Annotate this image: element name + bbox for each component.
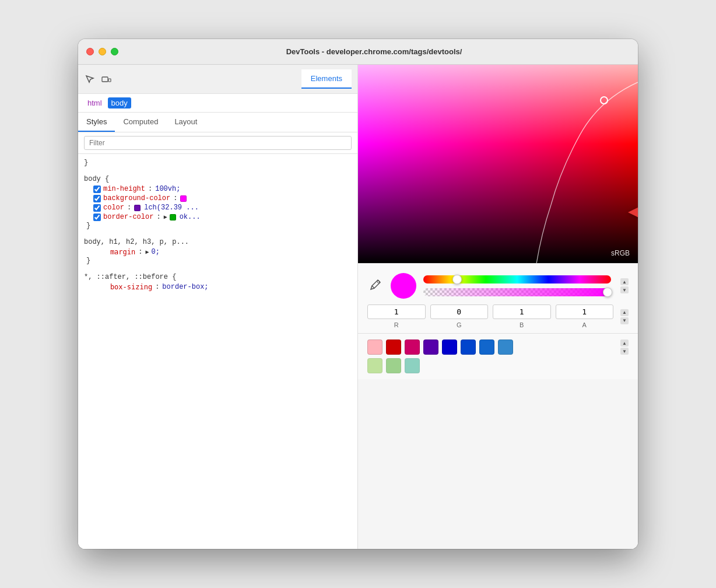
channel-spin-up[interactable]: ▲ [620, 309, 629, 316]
swatch-2[interactable] [405, 340, 420, 355]
breadcrumb-body[interactable]: body [108, 97, 131, 108]
color-picker-controls: ▲ ▼ R G B [358, 263, 638, 333]
channel-g-group: G [430, 304, 489, 328]
css-rule-universal: *, ::after, ::before { box-sizing : bord… [84, 273, 352, 292]
hue-slider[interactable] [423, 275, 611, 284]
channel-a-group: A [556, 304, 614, 328]
sliders-container [423, 275, 611, 296]
css-rule-body-headings: body, h1, h2, h3, p, p... margin : ▶ 0; … [84, 238, 352, 265]
css-property-box-sizing: box-sizing : border-box; [84, 282, 352, 292]
css-property-min-height: min-height : 100vh; [84, 184, 352, 194]
channel-spin-buttons: ▲ ▼ [620, 309, 629, 324]
red-arrow-indicator [628, 200, 638, 225]
channel-b-group: B [493, 304, 551, 328]
color-inputs-row: R G B A ▲ ▼ [367, 304, 629, 328]
css-checkbox-bg-color[interactable] [93, 195, 101, 202]
channel-a-label: A [582, 321, 587, 328]
window-title: DevTools - developer.chrome.com/tags/dev… [118, 47, 630, 56]
css-rule-headings-close: } [84, 257, 352, 265]
swatches-spin-up[interactable]: ▲ [620, 340, 629, 346]
css-rules-panel: } body { min-height : 100vh; [78, 154, 357, 549]
svg-rect-0 [102, 77, 108, 82]
fullscreen-button[interactable] [111, 48, 118, 55]
titlebar: DevTools - developer.chrome.com/tags/dev… [78, 39, 638, 65]
swatch-4[interactable] [442, 340, 457, 355]
slider-spin-down[interactable]: ▼ [620, 286, 629, 293]
devtools-body: Elements html body Styles Computed Layou… [78, 65, 638, 549]
spectrum-gradient-overlay [358, 65, 638, 263]
inspect-element-icon[interactable] [84, 74, 96, 85]
css-rule-body-close: } [84, 222, 352, 230]
left-panel: Elements html body Styles Computed Layou… [78, 65, 358, 549]
channel-b-label: B [520, 321, 524, 328]
channel-g-input[interactable] [430, 304, 489, 319]
devtools-window: DevTools - developer.chrome.com/tags/dev… [78, 39, 638, 549]
svg-rect-1 [108, 79, 111, 82]
swatches-row: ▲ ▼ [367, 340, 629, 355]
device-toggle-icon[interactable] [100, 74, 112, 85]
css-checkbox-min-height[interactable] [93, 186, 101, 193]
css-rule-body: body { min-height : 100vh; background-co… [84, 175, 352, 230]
channel-r-group: R [367, 304, 426, 328]
swatch-0[interactable] [367, 340, 382, 355]
eyedropper-button[interactable] [367, 276, 384, 296]
alpha-slider[interactable] [423, 288, 611, 296]
swatch-6[interactable] [479, 340, 494, 355]
swatch-row2-1[interactable] [386, 358, 401, 373]
channel-a-input[interactable] [556, 304, 614, 319]
channel-g-label: G [457, 321, 462, 328]
tab-elements[interactable]: Elements [301, 69, 352, 89]
slider-spin-up[interactable]: ▲ [620, 278, 629, 285]
filter-input[interactable] [84, 136, 352, 150]
breadcrumb: html body [78, 94, 357, 113]
css-property-color: color : lch(32.39 ... [84, 203, 352, 212]
color-swatch-text[interactable] [134, 205, 141, 211]
css-property-background-color: background-color : [84, 194, 352, 203]
color-swatch-bg[interactable] [180, 195, 187, 202]
channel-r-label: R [394, 321, 399, 328]
swatch-3[interactable] [423, 340, 438, 355]
devtools-toolbar: Elements [78, 65, 357, 94]
swatch-row2-2[interactable] [405, 358, 420, 373]
swatches-row-2 [367, 358, 629, 373]
swatch-row2-0[interactable] [367, 358, 382, 373]
traffic-lights [86, 48, 118, 55]
filter-bar [78, 132, 357, 154]
css-checkbox-border-color[interactable] [93, 214, 101, 221]
css-rule-closing-brace: } [84, 159, 352, 167]
srgb-label: sRGB [611, 249, 630, 257]
color-swatch-border[interactable] [170, 214, 176, 220]
tab-styles[interactable]: Styles [78, 113, 115, 132]
swatches-spin-buttons: ▲ ▼ [620, 340, 629, 355]
color-swatches-section: ▲ ▼ [358, 333, 638, 379]
breadcrumb-html[interactable]: html [84, 97, 106, 108]
alpha-slider-overlay [423, 288, 611, 296]
color-picker-main-row: ▲ ▼ [367, 273, 629, 299]
css-selector-universal: *, ::after, ::before { [84, 273, 352, 281]
swatch-1[interactable] [386, 340, 401, 355]
color-preview-circle [391, 273, 416, 299]
close-button[interactable] [86, 48, 94, 55]
tab-computed[interactable]: Computed [115, 113, 166, 132]
swatch-7[interactable] [498, 340, 513, 355]
swatches-spin-down[interactable]: ▼ [620, 348, 629, 355]
color-picker-panel: sRGB [358, 65, 638, 549]
css-selector-headings: body, h1, h2, h3, p, p... [84, 238, 352, 246]
tab-layout[interactable]: Layout [166, 113, 205, 132]
css-property-border-color: border-color : ▶ ok... [84, 212, 352, 222]
slider-spin-buttons: ▲ ▼ [620, 278, 629, 293]
swatch-5[interactable] [461, 340, 476, 355]
channel-b-input[interactable] [493, 304, 551, 319]
channel-spin-down[interactable]: ▼ [620, 317, 629, 324]
css-checkbox-color[interactable] [93, 204, 101, 212]
css-selector-body: body { [84, 175, 352, 183]
color-spectrum[interactable]: sRGB [358, 65, 638, 263]
css-property-margin: margin : ▶ 0; [84, 247, 352, 257]
styles-tabs: Styles Computed Layout [78, 113, 357, 132]
minimize-button[interactable] [99, 48, 106, 55]
channel-r-input[interactable] [367, 304, 426, 319]
hue-slider-thumb[interactable] [452, 275, 462, 284]
spectrum-cursor[interactable] [600, 96, 608, 104]
alpha-slider-thumb[interactable] [603, 288, 612, 297]
